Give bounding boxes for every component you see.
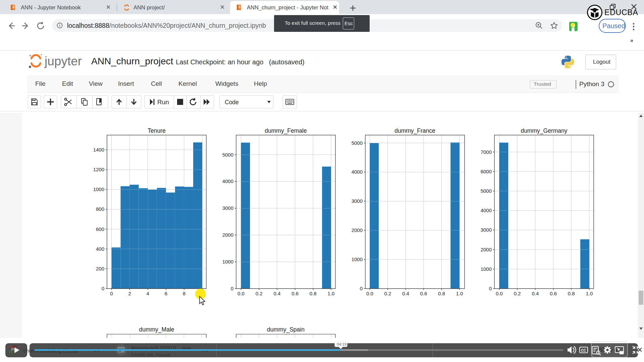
svg-text:1.0: 1.0 xyxy=(328,291,335,296)
svg-text:600: 600 xyxy=(96,226,104,232)
svg-text:0.4: 0.4 xyxy=(532,291,539,296)
svg-text:0.6: 0.6 xyxy=(420,291,427,296)
svg-text:1000: 1000 xyxy=(93,186,104,192)
svg-text:3000: 3000 xyxy=(352,198,363,204)
svg-text:0: 0 xyxy=(102,286,104,291)
svg-text:0.0: 0.0 xyxy=(496,291,503,296)
svg-text:1200: 1200 xyxy=(93,167,104,172)
svg-text:800: 800 xyxy=(96,206,104,212)
svg-text:400: 400 xyxy=(96,246,104,252)
svg-text:0: 0 xyxy=(231,286,233,291)
svg-text:4000: 4000 xyxy=(222,178,233,184)
svg-text:04:19: 04:19 xyxy=(337,342,346,346)
svg-text:0.6: 0.6 xyxy=(291,291,299,296)
svg-text:dummy_Germany: dummy_Germany xyxy=(521,127,567,134)
svg-text:0.8: 0.8 xyxy=(310,291,317,296)
svg-text:0.8: 0.8 xyxy=(438,291,445,296)
svg-text:0.5/466 MB, Paused: 0.5/466 MB, Paused xyxy=(131,352,170,357)
svg-text:0.4: 0.4 xyxy=(273,291,280,296)
svg-text:2: 2 xyxy=(128,291,131,296)
svg-text:5000: 5000 xyxy=(481,188,492,194)
svg-text:0.0: 0.0 xyxy=(237,291,245,296)
svg-text:Run: Run xyxy=(157,99,169,106)
svg-text:1000: 1000 xyxy=(481,266,492,272)
svg-text:1.0: 1.0 xyxy=(586,291,593,296)
svg-text:0.0: 0.0 xyxy=(366,291,373,296)
svg-text:2000: 2000 xyxy=(481,247,492,252)
svg-text:1400: 1400 xyxy=(93,147,104,153)
svg-text:5000: 5000 xyxy=(222,152,233,158)
svg-text:0: 0 xyxy=(489,286,492,291)
svg-text:200: 200 xyxy=(96,266,104,272)
svg-text:3000: 3000 xyxy=(222,205,233,211)
svg-text:4: 4 xyxy=(147,291,149,296)
svg-text:1000: 1000 xyxy=(222,259,233,264)
svg-text:dummy_Spain: dummy_Spain xyxy=(267,326,305,333)
svg-text:5000: 5000 xyxy=(352,140,363,146)
svg-text:0.8: 0.8 xyxy=(568,291,575,296)
svg-text:2000: 2000 xyxy=(222,232,233,238)
svg-text:CC: CC xyxy=(581,348,586,352)
svg-text:6000: 6000 xyxy=(481,169,492,174)
svg-text:Code: Code xyxy=(225,99,239,106)
svg-text:0: 0 xyxy=(360,286,363,291)
svg-text:0.4: 0.4 xyxy=(402,291,409,296)
svg-text:3000: 3000 xyxy=(481,227,492,233)
svg-text:dummy_Male: dummy_Male xyxy=(139,326,174,333)
svg-text:4000: 4000 xyxy=(352,169,363,175)
svg-text:6: 6 xyxy=(165,291,167,296)
svg-text:Tenure: Tenure xyxy=(148,127,166,134)
svg-text:dummy_France: dummy_France xyxy=(394,127,435,134)
svg-text:0.2: 0.2 xyxy=(384,291,391,296)
svg-text:dummy_Female: dummy_Female xyxy=(265,127,307,134)
svg-text:0: 0 xyxy=(110,291,113,296)
svg-text:1.0: 1.0 xyxy=(456,291,463,296)
svg-text:0.6: 0.6 xyxy=(550,291,557,296)
svg-text:4000: 4000 xyxy=(481,207,492,213)
svg-text:0.2: 0.2 xyxy=(256,291,263,296)
svg-text:8: 8 xyxy=(183,291,185,296)
svg-text:2000: 2000 xyxy=(352,227,363,233)
svg-text:7000: 7000 xyxy=(481,149,492,155)
svg-text:0.2: 0.2 xyxy=(514,291,521,296)
svg-text:1000: 1000 xyxy=(352,256,363,262)
